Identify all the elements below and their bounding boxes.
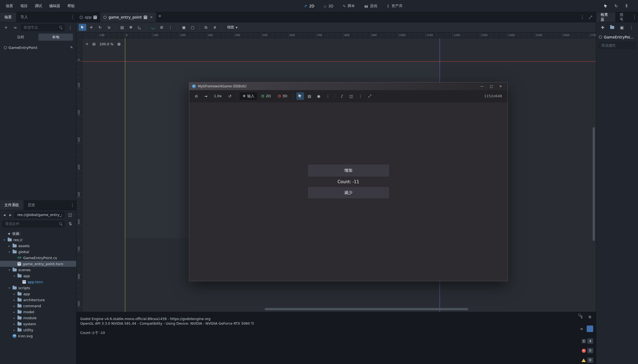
- skeleton-menu[interactable]: ⋔: [211, 24, 218, 31]
- select-mode-button[interactable]: [296, 92, 304, 100]
- add-node-button[interactable]: +: [2, 24, 10, 31]
- filter-nodes-input[interactable]: [21, 24, 65, 31]
- menubar-menu[interactable]: 编辑器: [46, 0, 64, 12]
- grid-snap-toggle[interactable]: ⊞: [158, 24, 166, 31]
- decrease-button[interactable]: 减少: [308, 187, 389, 199]
- inspector-tab-检查器[interactable]: 检查器: [596, 12, 615, 22]
- filesystem-dock-tab-menu-button[interactable]: ⋮: [69, 201, 76, 209]
- file-tree-item[interactable]: ▸command: [0, 303, 76, 309]
- move-tool[interactable]: ✛: [87, 24, 95, 31]
- pause-button[interactable]: Ⅱ: [623, 2, 630, 10]
- split-view-button[interactable]: ◫: [66, 211, 74, 219]
- file-tree-item[interactable]: ▾global: [0, 249, 76, 255]
- audio-mute-button[interactable]: ♪: [338, 92, 346, 100]
- speed-selector[interactable]: 1.0x: [211, 92, 224, 100]
- file-tree-item[interactable]: C#GameEntryPoint.cs: [0, 255, 76, 261]
- chevron-right-icon[interactable]: ▸: [13, 298, 16, 301]
- instance-scene-button[interactable]: ∞: [11, 24, 19, 31]
- run-button[interactable]: [602, 2, 610, 10]
- visibility-button[interactable]: ◉: [315, 92, 323, 100]
- filter-files-input[interactable]: [2, 221, 65, 227]
- search-log-button[interactable]: [587, 325, 593, 332]
- scene-dock-tab-menu-button[interactable]: ⋮: [69, 13, 76, 21]
- horizontal-scrollbar[interactable]: [265, 308, 468, 310]
- scene-dock-tab-场景[interactable]: 场景: [0, 12, 16, 22]
- load-resource-button[interactable]: [609, 24, 616, 31]
- scale-tool[interactable]: ⇲: [105, 24, 113, 31]
- suspend-button[interactable]: ⊘: [193, 92, 200, 100]
- message-count[interactable]: !4: [578, 338, 593, 344]
- list-mode-button[interactable]: ▤: [306, 92, 313, 100]
- file-tree-item[interactable]: ▸system: [0, 321, 76, 327]
- chevron-down-icon[interactable]: ▾: [8, 286, 11, 289]
- file-tree-item[interactable]: ▸module: [0, 315, 76, 321]
- select-tool[interactable]: [79, 24, 86, 31]
- file-tree-item[interactable]: ▸architecture: [0, 297, 76, 303]
- collapse-button[interactable]: ≡: [578, 325, 585, 332]
- filter-properties-input[interactable]: [598, 42, 636, 49]
- zoom-level[interactable]: 100.0 %: [99, 42, 114, 46]
- script-icon[interactable]: ✎: [70, 46, 73, 49]
- file-tree-item[interactable]: ▾app: [0, 273, 76, 279]
- scene-tab-app[interactable]: app: [76, 12, 100, 22]
- center-view-icon[interactable]: ✳: [85, 42, 88, 46]
- file-tree-item[interactable]: game_entry_point.tscn: [0, 261, 76, 267]
- zoom-out-button[interactable]: ⊖: [91, 41, 97, 47]
- filesystem-dock-tab-文件系统[interactable]: 文件系统: [0, 200, 23, 210]
- context-tab-游戏[interactable]: ◖◗游戏: [361, 2, 381, 10]
- minimize-button[interactable]: —: [478, 83, 486, 89]
- add-scene-tab-button[interactable]: +: [156, 12, 164, 20]
- chevron-right-icon[interactable]: ▸: [13, 329, 16, 332]
- inspector-tab-信号[interactable]: 信号: [615, 12, 631, 22]
- reset-speed-button[interactable]: ↺: [226, 92, 234, 100]
- remote-tab[interactable]: 远程: [3, 34, 38, 41]
- snap-options-menu[interactable]: ⋮: [167, 24, 174, 31]
- error-count[interactable]: ✕0: [578, 347, 593, 354]
- scene-tree-root-node[interactable]: GameEntryPoint ✎: [0, 45, 76, 51]
- save-resource-button[interactable]: ▣: [618, 24, 626, 31]
- chevron-right-icon[interactable]: ▸: [8, 244, 11, 247]
- pan-tool[interactable]: ✥: [127, 24, 135, 31]
- camera-override-button[interactable]: ◫: [347, 92, 355, 100]
- restart-button[interactable]: ↻: [612, 2, 620, 10]
- context-tab-3d[interactable]: ◇3D: [320, 2, 337, 10]
- maximize-button[interactable]: □: [487, 83, 495, 89]
- scene-dock-tab-导入[interactable]: 导入: [16, 12, 32, 22]
- zoom-in-button[interactable]: ⊕: [116, 41, 122, 47]
- resource-menu-button[interactable]: ⋮: [628, 24, 635, 31]
- fullscreen-button[interactable]: ⤢: [366, 92, 374, 100]
- new-resource-button[interactable]: ✚: [599, 24, 606, 31]
- chevron-right-icon[interactable]: ▸: [13, 316, 16, 319]
- current-path-field[interactable]: [14, 212, 65, 218]
- file-tree-item[interactable]: ▾scripts: [0, 285, 76, 291]
- copy-log-button[interactable]: ⧉: [587, 314, 593, 320]
- scene-tab-menu-button[interactable]: ⋮: [578, 13, 586, 21]
- list-select-tool[interactable]: ▤: [118, 24, 126, 31]
- context-tab-2d[interactable]: ↱2D: [300, 2, 318, 10]
- group-button[interactable]: ⧉: [202, 24, 210, 31]
- back-icon[interactable]: ◂: [2, 211, 7, 219]
- ruler-tool[interactable]: ◺: [136, 24, 143, 31]
- forward-icon[interactable]: ▸: [8, 211, 13, 219]
- increase-button[interactable]: 增加: [308, 164, 389, 177]
- scene-tab-game_entry_point[interactable]: game_entry_point✕: [100, 12, 156, 22]
- unlock-button[interactable]: ▢: [189, 24, 196, 31]
- local-tab[interactable]: 本地: [39, 34, 73, 41]
- scene-tree-menu-button[interactable]: ⋮: [66, 24, 74, 31]
- chevron-right-icon[interactable]: ▸: [13, 322, 16, 325]
- menubar-menu[interactable]: 项目: [17, 0, 31, 12]
- chevron-right-icon[interactable]: ▸: [13, 310, 16, 313]
- warning-count[interactable]: 0: [578, 357, 593, 363]
- close-button[interactable]: ✕: [497, 83, 505, 89]
- menubar-menu[interactable]: 帮助: [64, 0, 78, 12]
- context-tab-资产库[interactable]: ↧资产库: [383, 2, 406, 10]
- more-menu-button[interactable]: ⋮: [324, 92, 332, 100]
- game-window-titlebar[interactable]: MyGFrameworkGame (DEBUG) —□✕: [189, 82, 507, 90]
- options-menu-button[interactable]: ⋮: [357, 92, 364, 100]
- game-window[interactable]: MyGFrameworkGame (DEBUG) —□✕ ⊘⇥1.0x↺✜输入2…: [189, 82, 507, 281]
- chevron-down-icon[interactable]: ▾: [8, 250, 11, 253]
- view-menu-button[interactable]: 视图▾: [224, 25, 240, 30]
- rotate-tool[interactable]: ↻: [96, 24, 104, 31]
- file-tree-item[interactable]: ▾scenes: [0, 267, 76, 273]
- file-tree-item[interactable]: ▸utility: [0, 327, 76, 333]
